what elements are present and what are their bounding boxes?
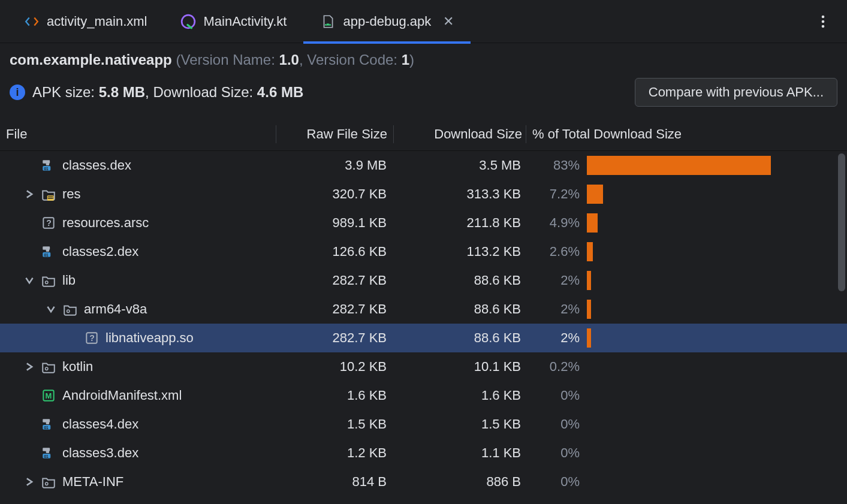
- file-name: libnativeapp.so: [106, 330, 194, 346]
- svg-text:?: ?: [89, 333, 95, 343]
- download-size: 211.8 KB: [393, 215, 525, 231]
- file-name: AndroidManifest.xml: [62, 388, 182, 403]
- percent-bar: [584, 242, 847, 261]
- col-header-raw[interactable]: Raw File Size: [276, 126, 393, 142]
- svg-text:?: ?: [46, 218, 52, 228]
- file-name: classes.dex: [62, 158, 131, 173]
- file-cell: 01 classes4.dex: [0, 417, 276, 432]
- table-row[interactable]: 01 classes2.dex126.6 KB113.2 KB2.6%: [0, 237, 847, 266]
- xml-file-icon: [24, 14, 40, 29]
- svg-point-20: [67, 310, 70, 312]
- folder-icon: [41, 273, 56, 288]
- svg-rect-11: [48, 197, 53, 197]
- percent-value: 2%: [525, 273, 584, 288]
- size-text: APK size: 5.8 MB, Download Size: 4.6 MB: [32, 84, 303, 101]
- apk-header: com.example.nativeapp (Version Name: 1.0…: [0, 43, 847, 111]
- chevron-right-icon[interactable]: [24, 478, 35, 486]
- table-row[interactable]: 01 classes3.dex1.2 KB1.1 KB0%: [0, 439, 847, 467]
- tab-main-activity[interactable]: MainActivity.kt: [164, 0, 303, 43]
- dex-icon: 01: [41, 244, 56, 259]
- download-size: 1.1 KB: [393, 445, 525, 461]
- editor-tabs: activity_main.xml MainActivity.kt app-de…: [0, 0, 847, 43]
- svg-text:01: 01: [44, 454, 49, 458]
- percent-value: 2%: [525, 301, 584, 317]
- percent-bar: [584, 300, 847, 319]
- raw-size: 1.5 KB: [276, 417, 393, 432]
- file-cell: lib: [0, 273, 276, 288]
- file-cell: kotlin: [0, 359, 276, 375]
- tab-label: MainActivity.kt: [203, 14, 287, 29]
- info-icon: i: [10, 84, 25, 100]
- raw-size: 814 B: [276, 474, 393, 490]
- raw-size: 282.7 KB: [276, 273, 393, 288]
- raw-size: 10.2 KB: [276, 359, 393, 375]
- folder-icon: [62, 301, 78, 317]
- download-size: 3.5 MB: [393, 158, 525, 173]
- file-name: resources.arsc: [62, 215, 149, 231]
- vertical-scrollbar[interactable]: [838, 153, 845, 291]
- tab-label: app-debug.apk: [343, 14, 431, 29]
- svg-point-1: [327, 23, 328, 25]
- chevron-right-icon[interactable]: [24, 190, 35, 198]
- table-row[interactable]: res320.7 KB313.3 KB7.2%: [0, 180, 847, 209]
- download-size: 313.3 KB: [393, 186, 525, 202]
- col-header-file[interactable]: File: [0, 126, 276, 142]
- tab-label: activity_main.xml: [47, 14, 147, 29]
- file-name: res: [62, 186, 81, 202]
- package-name: com.example.nativeapp: [10, 52, 172, 68]
- raw-size: 1.6 KB: [276, 388, 393, 403]
- table-row[interactable]: META-INF814 B886 B0%: [0, 467, 847, 496]
- raw-size: 282.7 KB: [276, 301, 393, 317]
- chevron-right-icon[interactable]: [24, 363, 35, 371]
- table-row[interactable]: 01 classes.dex3.9 MB3.5 MB83%: [0, 151, 847, 180]
- dex-icon: 01: [41, 417, 56, 432]
- file-cell: M AndroidManifest.xml: [0, 388, 276, 403]
- file-table-body: 01 classes.dex3.9 MB3.5 MB83% res320.7 K…: [0, 151, 847, 504]
- svg-rect-16: [46, 249, 49, 252]
- tab-activity-main[interactable]: activity_main.xml: [7, 0, 164, 43]
- svg-text:01: 01: [44, 425, 49, 430]
- chevron-down-icon[interactable]: [24, 276, 35, 285]
- percent-bar: [584, 328, 847, 348]
- download-size: 10.1 KB: [393, 359, 525, 375]
- file-cell: ? resources.arsc: [0, 215, 276, 231]
- table-row[interactable]: ? resources.arsc989.1 KB211.8 KB4.9%: [0, 209, 847, 237]
- file-name: arm64-v8a: [84, 301, 147, 317]
- file-name: classes2.dex: [62, 244, 138, 259]
- compare-previous-apk-button[interactable]: Compare with previous APK...: [635, 78, 837, 107]
- raw-size: 126.6 KB: [276, 244, 393, 259]
- download-size: 88.6 KB: [393, 330, 525, 346]
- tabs-overflow-menu[interactable]: [811, 10, 835, 34]
- percent-value: 0.2%: [525, 359, 584, 375]
- file-name: classes4.dex: [62, 417, 138, 432]
- table-row[interactable]: ? libnativeapp.so282.7 KB88.6 KB2%: [0, 324, 847, 352]
- svg-text:01: 01: [44, 253, 49, 257]
- table-row[interactable]: lib282.7 KB88.6 KB2%: [0, 266, 847, 295]
- percent-value: 0%: [525, 417, 584, 432]
- percent-bar: [584, 185, 847, 204]
- unknown-icon: ?: [84, 330, 100, 346]
- table-row[interactable]: arm64-v8a282.7 KB88.6 KB2%: [0, 295, 847, 324]
- dex-icon: 01: [41, 158, 56, 173]
- col-header-percent[interactable]: % of Total Download Size: [526, 126, 847, 142]
- chevron-down-icon[interactable]: [46, 305, 56, 313]
- table-row[interactable]: 01 classes4.dex1.5 KB1.5 KB0%: [0, 410, 847, 439]
- raw-size: 320.7 KB: [276, 186, 393, 202]
- table-row[interactable]: M AndroidManifest.xml1.6 KB1.6 KB0%: [0, 381, 847, 410]
- download-size: 113.2 KB: [393, 244, 525, 259]
- folder-icon: [41, 474, 56, 490]
- svg-point-23: [46, 367, 48, 370]
- close-icon[interactable]: ✕: [443, 14, 454, 29]
- unknown-icon: ?: [41, 215, 56, 231]
- svg-point-3: [822, 15, 825, 18]
- table-row[interactable]: kotlin10.2 KB10.1 KB0.2%: [0, 352, 847, 381]
- svg-rect-27: [46, 421, 49, 424]
- file-cell: 01 classes3.dex: [0, 445, 276, 461]
- file-cell: ? libnativeapp.so: [0, 330, 276, 346]
- package-line: com.example.nativeapp (Version Name: 1.0…: [10, 52, 837, 68]
- raw-size: 3.9 MB: [276, 158, 393, 173]
- download-size: 88.6 KB: [393, 273, 525, 288]
- tab-app-debug-apk[interactable]: app-debug.apk ✕: [303, 0, 471, 43]
- col-header-download[interactable]: Download Size: [394, 126, 526, 142]
- download-size: 1.6 KB: [393, 388, 525, 403]
